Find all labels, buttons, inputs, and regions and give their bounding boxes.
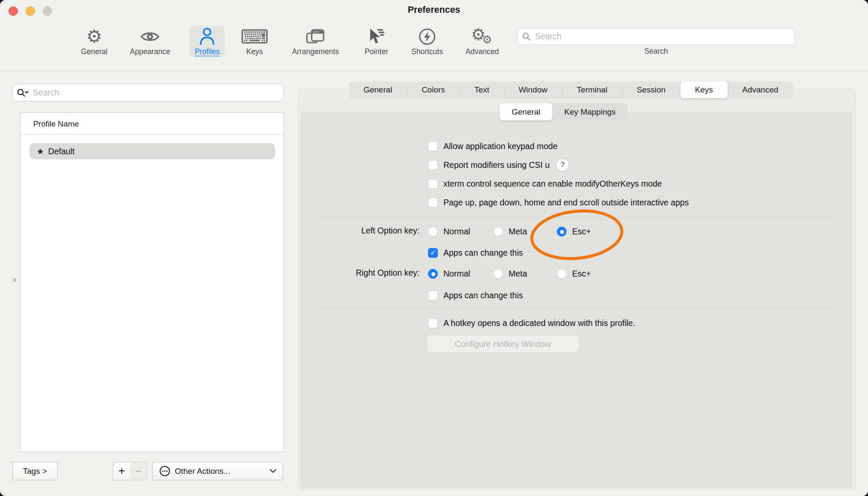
radio-label[interactable]: Meta [509, 269, 527, 279]
other-actions-label: Other Actions... [175, 467, 230, 476]
tab-colors[interactable]: Colors [407, 81, 460, 98]
left-option-option-meta: Meta [493, 225, 527, 238]
radio-escplus[interactable] [557, 269, 567, 279]
toolbar-item-appearance[interactable]: Appearance [125, 26, 175, 57]
profile-name: Default [48, 147, 75, 156]
tab-session[interactable]: Session [622, 81, 680, 98]
subtab-key-mappings[interactable]: Key Mappings [553, 103, 628, 121]
tab-general[interactable]: General [349, 81, 407, 98]
ellipsis-circle-icon [159, 465, 171, 477]
toolbar-item-label: Advanced [466, 47, 499, 56]
profile-list-header: Profile Name [20, 113, 284, 129]
checkbox-apps-left[interactable]: ✓ [428, 248, 438, 258]
checkbox-label[interactable]: A hotkey opens a dedicated window with t… [443, 318, 635, 328]
default-star-icon: ★ [37, 147, 44, 156]
toolbar-item-pointer[interactable]: Pointer [359, 26, 393, 57]
left-option-option-escplus: Esc+ [557, 225, 591, 238]
search-menu-icon[interactable] [17, 89, 29, 97]
other-actions-dropdown[interactable]: Other Actions... [153, 462, 283, 480]
toolbar-item-label: Arrangements [292, 47, 339, 56]
lightning-icon [411, 26, 443, 47]
toolbar-item-label: General [81, 47, 107, 56]
add-profile-button[interactable]: + [113, 462, 130, 480]
checkbox-opt3[interactable] [428, 198, 438, 208]
checkbox-apps-right[interactable] [428, 291, 438, 300]
divider [20, 134, 284, 135]
toolbar-search-label: Search [518, 47, 795, 56]
checkbox-opt0[interactable] [428, 141, 438, 151]
checkbox-hotkey[interactable] [428, 318, 438, 328]
checkbox-row-opt2: xterm control sequence can enable modify… [428, 177, 662, 190]
pointer-icon [365, 26, 388, 47]
radio-normal[interactable] [428, 269, 438, 279]
toolbar-item-general[interactable]: ⚙︎General [76, 26, 113, 57]
preferences-window: Preferences ⚙︎GeneralAppearanceProfiles⌨… [0, 0, 868, 496]
person-icon [195, 26, 220, 47]
configure-hotkey-window-button[interactable]: Configure Hotkey Window [427, 335, 579, 353]
window-title: Preferences [0, 5, 868, 15]
windows-icon [292, 26, 339, 47]
radio-label[interactable]: Normal [443, 269, 470, 279]
checkbox-label[interactable]: Page up, page down, home and end scroll … [443, 198, 689, 208]
keyboard-icon: ⌨︎ [240, 26, 269, 47]
toolbar-divider [0, 71, 868, 71]
tags-button[interactable]: Tags > [12, 462, 58, 480]
tab-terminal[interactable]: Terminal [562, 81, 622, 98]
radio-label[interactable]: Meta [509, 227, 527, 236]
tab-text[interactable]: Text [460, 81, 504, 98]
toolbar-item-shortcuts[interactable]: Shortcuts [406, 26, 448, 57]
checkbox-row-opt1: Report modifiers using CSI u? [428, 159, 569, 171]
toolbar-item-label: Pointer [365, 47, 388, 56]
radio-label[interactable]: Esc+ [572, 227, 591, 236]
toolbar-item-label: Appearance [130, 47, 170, 56]
scroll-dot [13, 278, 17, 282]
toolbar-item-arrangements[interactable]: Arrangements [287, 26, 344, 57]
search-icon [522, 32, 531, 41]
gear-icon: ⚙︎ [81, 26, 107, 47]
checkbox-opt1[interactable] [428, 160, 438, 170]
divider [321, 217, 831, 217]
subtab-general[interactable]: General [500, 103, 553, 121]
toolbar-item-label: Profiles [195, 47, 220, 56]
radio-label[interactable]: Esc+ [572, 269, 591, 279]
toolbar-search-input[interactable] [534, 31, 790, 42]
remove-profile-button[interactable]: − [130, 462, 147, 480]
radio-label[interactable]: Normal [443, 227, 470, 236]
tab-keys[interactable]: Keys [680, 81, 728, 98]
toolbar-item-label: Keys [240, 47, 269, 56]
radio-meta[interactable] [493, 227, 503, 236]
profile-row-default[interactable]: ★Default [29, 143, 275, 159]
checkbox-label[interactable]: Apps can change this [443, 291, 523, 300]
profile-list-panel: Profile Name ★Default [20, 112, 284, 452]
toolbar-item-profiles[interactable]: Profiles [190, 26, 225, 57]
toolbar-item-keys[interactable]: ⌨︎Keys [235, 26, 274, 57]
keys-general-panel: Allow application keypad modeReport modi… [301, 112, 852, 487]
right-option-option-normal: Normal [428, 267, 470, 280]
annotation-ellipse [301, 112, 851, 487]
checkbox-label[interactable]: Report modifiers using CSI u [443, 160, 550, 170]
right-option-option-escplus: Esc+ [557, 267, 591, 280]
profile-search-field[interactable] [12, 84, 284, 101]
radio-meta[interactable] [493, 269, 503, 279]
right-option-option-meta: Meta [493, 267, 527, 280]
profile-search-input[interactable] [32, 87, 279, 98]
checkbox-label[interactable]: xterm control sequence can enable modify… [443, 179, 662, 189]
tab-window[interactable]: Window [504, 81, 562, 98]
gears-icon: ⚙︎⚙︎ [466, 26, 499, 47]
radio-escplus[interactable] [557, 227, 567, 236]
tab-advanced[interactable]: Advanced [728, 81, 793, 98]
checkbox-row-opt0: Allow application keypad mode [428, 140, 558, 153]
checkbox-row-hotkey: A hotkey opens a dedicated window with t… [428, 317, 635, 329]
toolbar-search-field[interactable] [518, 28, 795, 45]
right-option-label: Right Option key: [327, 268, 420, 278]
help-button[interactable]: ? [556, 159, 569, 171]
checkbox-row-apps-right: Apps can change this [428, 289, 523, 302]
checkbox-label[interactable]: Apps can change this [443, 248, 523, 258]
radio-normal[interactable] [428, 227, 438, 236]
divider [321, 308, 831, 308]
profile-tabbar: GeneralColorsTextWindowTerminalSessionKe… [349, 81, 793, 98]
toolbar-item-advanced[interactable]: ⚙︎⚙︎Advanced [460, 26, 504, 57]
checkbox-opt2[interactable] [428, 179, 438, 189]
checkbox-label[interactable]: Allow application keypad mode [443, 141, 558, 151]
eye-icon [130, 26, 170, 47]
